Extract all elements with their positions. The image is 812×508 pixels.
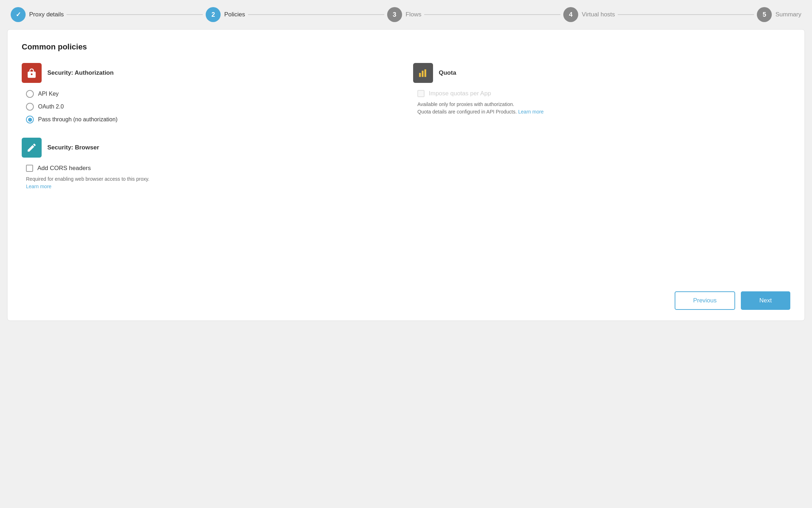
- security-auth-icon: [22, 63, 42, 83]
- radio-api-key-label: API Key: [38, 91, 59, 97]
- step-flows[interactable]: 3 Flows: [387, 7, 421, 22]
- browser-icon: [22, 138, 42, 158]
- browser-options: Add CORS headers Required for enabling w…: [26, 165, 790, 190]
- svg-rect-1: [422, 71, 423, 77]
- step-summary[interactable]: 5 Summary: [757, 7, 801, 22]
- step-virtual-hosts[interactable]: 4 Virtual hosts: [563, 7, 615, 22]
- step-3-circle: 3: [387, 7, 402, 22]
- browser-help-text: Required for enabling web browser access…: [26, 175, 790, 190]
- quota-options: Impose quotas per App Available only for…: [417, 90, 790, 116]
- radio-oauth2[interactable]: OAuth 2.0: [26, 103, 399, 111]
- browser-help-line: Required for enabling web browser access…: [26, 176, 149, 182]
- auth-radio-group: API Key OAuth 2.0 Pass through (no autho…: [26, 90, 399, 123]
- step-3-label: Flows: [406, 11, 421, 18]
- radio-api-key[interactable]: API Key: [26, 90, 399, 98]
- policies-grid: Security: Authorization API Key OAuth 2.…: [22, 63, 790, 123]
- quota-checkbox-label: Impose quotas per App: [429, 90, 491, 97]
- quota-learn-more-link[interactable]: Learn more: [518, 109, 544, 115]
- quota-icon: [413, 63, 433, 83]
- step-1-circle: ✓: [11, 7, 26, 22]
- cors-checkbox-option[interactable]: Add CORS headers: [26, 165, 790, 172]
- svg-rect-2: [425, 69, 426, 77]
- quota-help-line2: Quota details are configured in API Prod…: [417, 109, 517, 115]
- browser-header: Security: Browser: [22, 138, 790, 158]
- quota-header: Quota: [413, 63, 790, 83]
- security-auth-header: Security: Authorization: [22, 63, 399, 83]
- step-5-label: Summary: [775, 11, 801, 18]
- radio-api-key-circle: [26, 90, 34, 98]
- previous-button[interactable]: Previous: [675, 291, 735, 310]
- quota-help-text: Available only for proxies with authoriz…: [417, 101, 790, 116]
- svg-rect-0: [419, 73, 421, 77]
- quota-checkbox: [417, 90, 425, 97]
- radio-oauth2-circle: [26, 103, 34, 111]
- step-2-label: Policies: [224, 11, 245, 18]
- security-auth-title: Security: Authorization: [47, 69, 114, 76]
- step-1-label: Proxy details: [29, 11, 64, 18]
- card-title: Common policies: [22, 42, 790, 52]
- cors-checkbox-label: Add CORS headers: [37, 165, 91, 172]
- quota-checkbox-option[interactable]: Impose quotas per App: [417, 90, 790, 97]
- radio-pass-through[interactable]: Pass through (no authorization): [26, 116, 399, 123]
- quota-section: Quota Impose quotas per App Available on…: [413, 63, 790, 123]
- next-button[interactable]: Next: [741, 291, 790, 310]
- radio-pass-through-circle: [26, 116, 34, 123]
- step-proxy-details[interactable]: ✓ Proxy details: [11, 7, 64, 22]
- step-2-circle: 2: [206, 7, 221, 22]
- step-connector-3: [424, 14, 560, 15]
- step-connector-2: [248, 14, 384, 15]
- footer-buttons: Previous Next: [675, 291, 790, 310]
- security-authorization-section: Security: Authorization API Key OAuth 2.…: [22, 63, 399, 123]
- browser-learn-more-link[interactable]: Learn more: [26, 184, 52, 189]
- main-card: Common policies Security: Authorization …: [7, 29, 805, 321]
- radio-oauth2-label: OAuth 2.0: [38, 104, 64, 110]
- step-4-circle: 4: [563, 7, 578, 22]
- security-browser-section: Security: Browser Add CORS headers Requi…: [22, 138, 790, 190]
- step-connector-4: [618, 14, 754, 15]
- quota-title: Quota: [439, 69, 456, 76]
- quota-help-line1: Available only for proxies with authoriz…: [417, 101, 514, 107]
- step-policies[interactable]: 2 Policies: [206, 7, 245, 22]
- step-4-label: Virtual hosts: [582, 11, 615, 18]
- wizard-stepper: ✓ Proxy details 2 Policies 3 Flows 4 Vir…: [7, 7, 805, 22]
- cors-checkbox: [26, 165, 33, 172]
- browser-title: Security: Browser: [47, 144, 99, 151]
- step-5-circle: 5: [757, 7, 772, 22]
- step-connector-1: [67, 14, 203, 15]
- radio-pass-through-label: Pass through (no authorization): [38, 116, 117, 123]
